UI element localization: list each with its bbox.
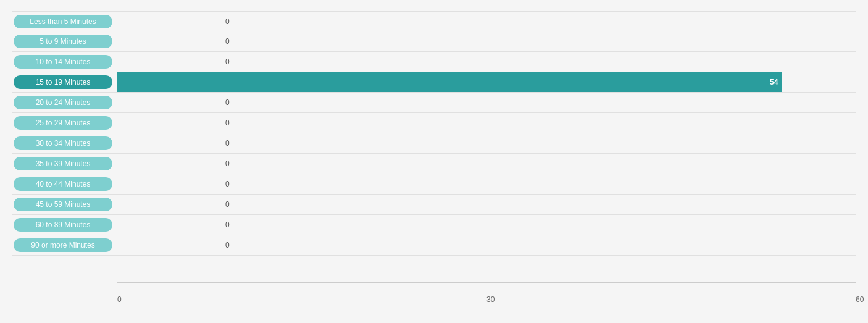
label-pill: 25 to 29 Minutes [14,116,112,130]
label-pill: Less than 5 Minutes [14,15,112,28]
chart-area: Less than 5 Minutes05 to 9 Minutes010 to… [12,11,856,283]
axis-tick-label: 30 [486,295,495,304]
bar-fill: 54 [117,72,782,92]
label-pill: 90 or more Minutes [14,238,112,252]
bar-row: 15 to 19 Minutes54 [12,72,856,93]
chart-container: Less than 5 Minutes05 to 9 Minutes010 to… [0,0,868,323]
label-pill: 15 to 19 Minutes [14,75,112,89]
bar-track: 0 [117,12,856,31]
label-pill: 45 to 59 Minutes [14,198,112,211]
bar-row: 30 to 34 Minutes0 [12,133,856,154]
label-pill: 5 to 9 Minutes [14,35,112,48]
bar-value: 0 [225,200,230,209]
bar-value: 0 [225,98,230,107]
bar-row: 35 to 39 Minutes0 [12,154,856,174]
bar-row: 20 to 24 Minutes0 [12,93,856,113]
bar-track: 0 [117,31,856,51]
bar-value: 0 [225,37,230,46]
bar-row: 10 to 14 Minutes0 [12,52,856,72]
label-pill: 35 to 39 Minutes [14,157,112,170]
label-pill: 30 to 34 Minutes [14,136,112,150]
bar-row: 90 or more Minutes0 [12,235,856,256]
bar-track: 0 [117,93,856,112]
bar-track: 0 [117,113,856,133]
bar-track: 54 [117,72,856,92]
bar-track: 0 [117,154,856,174]
bar-track: 0 [117,195,856,214]
bar-row: 45 to 59 Minutes0 [12,195,856,215]
bar-track: 0 [117,235,856,255]
label-pill: 20 to 24 Minutes [14,96,112,109]
bar-track: 0 [117,133,856,153]
axis-tick-label: 0 [117,295,122,304]
bar-value: 0 [225,139,230,148]
bar-track: 0 [117,174,856,194]
bar-row: 25 to 29 Minutes0 [12,113,856,133]
bar-value: 0 [225,17,230,26]
label-pill: 40 to 44 Minutes [14,177,112,191]
label-pill: 60 to 89 Minutes [14,218,112,232]
bar-track: 0 [117,52,856,72]
bar-row: Less than 5 Minutes0 [12,11,856,31]
bar-value: 0 [225,180,230,188]
axis-tick-label: 60 [856,295,864,304]
bar-value: 0 [225,159,230,168]
axis-line [117,282,856,283]
label-pill: 10 to 14 Minutes [14,55,112,69]
bar-value: 0 [225,119,230,127]
bar-value: 0 [225,220,230,229]
bar-row: 60 to 89 Minutes0 [12,215,856,235]
bar-row: 5 to 9 Minutes0 [12,31,856,52]
bar-value: 0 [225,57,230,66]
bar-row: 40 to 44 Minutes0 [12,174,856,195]
bar-track: 0 [117,215,856,235]
bar-value: 0 [225,241,230,250]
